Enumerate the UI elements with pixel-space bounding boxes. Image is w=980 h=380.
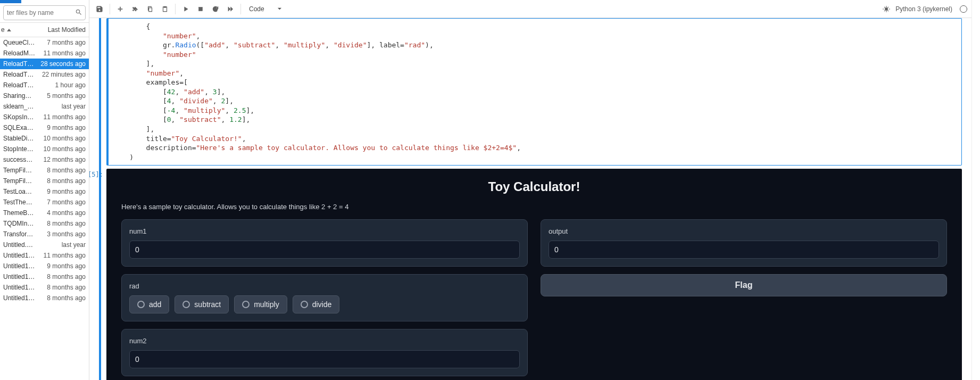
notebook-scrollbar[interactable] — [971, 0, 980, 380]
file-header-name-label: e — [1, 26, 5, 34]
file-name-label: Untitled1… — [3, 294, 47, 302]
svg-rect-0 — [199, 7, 203, 11]
flag-button[interactable]: Flag — [541, 274, 947, 296]
file-name-label: Untitled1… — [3, 252, 44, 259]
code-editor[interactable]: { "number", gr.Radio(["add", "subtract",… — [106, 18, 962, 166]
save-button[interactable] — [94, 3, 105, 15]
output-block: output — [541, 219, 947, 267]
gradio-app: Toy Calculator! Here's a sample toy calc… — [106, 169, 962, 380]
radio-dot-icon — [182, 301, 190, 308]
file-list[interactable]: QueueCl…7 months agoReloadM…11 months ag… — [0, 37, 89, 380]
file-row[interactable]: Untitled1…8 months ago — [0, 293, 89, 303]
file-modified-label: 22 minutes ago — [42, 71, 86, 78]
file-row[interactable]: Sharing…5 months ago — [0, 90, 89, 101]
file-name-label: TempFil… — [3, 167, 47, 174]
radio-dot-icon — [301, 301, 308, 308]
search-icon — [75, 9, 82, 16]
file-name-label: StopInte… — [3, 145, 44, 153]
file-row[interactable]: success…12 months ago — [0, 154, 89, 165]
file-modified-label: 8 months ago — [47, 294, 86, 302]
file-name-label: Transfor… — [3, 230, 47, 238]
file-name-label: Untitled1… — [3, 284, 47, 291]
file-row[interactable]: TempFil…8 months ago — [0, 165, 89, 176]
rad-option-label: multiply — [254, 300, 279, 309]
file-name-label: SKopsIn… — [3, 113, 44, 121]
file-row[interactable]: TQDMIn…8 months ago — [0, 218, 89, 229]
file-modified-label: 11 months ago — [44, 252, 86, 259]
debugger-button[interactable] — [881, 3, 892, 15]
file-row[interactable]: Untitled1…8 months ago — [0, 271, 89, 282]
restart-run-all-button[interactable] — [225, 3, 236, 15]
file-row[interactable]: ReloadT…28 seconds ago — [0, 59, 89, 69]
rad-option-label: add — [149, 300, 161, 309]
code-cell[interactable]: { "number", gr.Radio(["add", "subtract",… — [106, 18, 962, 166]
file-header-modified-col[interactable]: Last Modified — [36, 23, 89, 37]
file-row[interactable]: TempFil…8 months ago — [0, 176, 89, 186]
file-row[interactable]: StopInte…10 months ago — [0, 144, 89, 154]
file-row[interactable]: Untitled1…8 months ago — [0, 282, 89, 293]
file-name-label: Untitled.… — [3, 241, 62, 249]
file-modified-label: last year — [62, 103, 86, 110]
gradio-title: Toy Calculator! — [121, 179, 947, 194]
gradio-description: Here's a sample toy calculator. Allows y… — [121, 203, 947, 211]
file-modified-label: 11 months ago — [44, 113, 86, 121]
paste-cell-button[interactable] — [159, 3, 171, 15]
file-name-label: TQDMIn… — [3, 220, 47, 227]
file-row[interactable]: Untitled1…11 months ago — [0, 250, 89, 261]
num1-block: num1 — [121, 219, 528, 267]
file-modified-label: last year — [62, 241, 86, 249]
file-name-label: success… — [3, 156, 44, 163]
file-modified-label: 5 months ago — [47, 92, 86, 100]
cell-type-select[interactable]: Code — [245, 4, 286, 14]
file-name-label: Untitled1… — [3, 273, 47, 280]
output-label: output — [549, 227, 939, 235]
file-modified-label: 9 months ago — [47, 262, 86, 270]
notebook-area: Code Python 3 (ipykernel) { "number", gr… — [89, 0, 971, 380]
num2-input[interactable] — [129, 350, 520, 368]
file-filter-input[interactable] — [3, 5, 86, 20]
file-row[interactable]: ReloadT…22 minutes ago — [0, 69, 89, 80]
file-modified-label: 12 months ago — [44, 156, 86, 163]
cell-type-label: Code — [249, 5, 264, 13]
notebook-scroll[interactable]: { "number", gr.Radio(["add", "subtract",… — [89, 18, 971, 380]
file-name-label: ReloadT… — [3, 71, 42, 78]
file-name-label: QueueCl… — [3, 39, 47, 46]
kernel-status-icon[interactable] — [960, 5, 967, 13]
file-row[interactable]: ReloadM…11 months ago — [0, 48, 89, 59]
file-row[interactable]: StableDi…10 months ago — [0, 133, 89, 144]
file-modified-label: 1 hour ago — [55, 81, 86, 89]
file-row[interactable]: ReloadT…1 hour ago — [0, 80, 89, 90]
rad-option-subtract[interactable]: subtract — [175, 295, 229, 313]
run-cell-button[interactable] — [180, 3, 192, 15]
rad-option-divide[interactable]: divide — [293, 295, 340, 313]
file-modified-label: 28 seconds ago — [40, 60, 86, 68]
file-row[interactable]: SQLExa…9 months ago — [0, 122, 89, 133]
interrupt-kernel-button[interactable] — [195, 3, 206, 15]
rad-option-add[interactable]: add — [129, 295, 169, 313]
insert-cell-button[interactable] — [114, 3, 126, 15]
file-row[interactable]: sklearn_…last year — [0, 101, 89, 112]
cut-cell-button[interactable] — [129, 3, 141, 15]
file-header-name-col[interactable]: e — [0, 23, 36, 37]
file-list-header: e Last Modified — [0, 22, 89, 37]
restart-kernel-button[interactable] — [210, 3, 221, 15]
file-modified-label: 3 months ago — [47, 230, 86, 238]
file-row[interactable]: Untitled.…last year — [0, 239, 89, 250]
file-name-label: TestLoa… — [3, 188, 47, 195]
rad-option-multiply[interactable]: multiply — [234, 295, 287, 313]
file-row[interactable]: Transfor…3 months ago — [0, 229, 89, 239]
output-input[interactable] — [549, 241, 939, 259]
file-modified-label: 9 months ago — [47, 124, 86, 131]
file-row[interactable]: ThemeB…4 months ago — [0, 208, 89, 218]
file-row[interactable]: TestLoa…9 months ago — [0, 186, 89, 197]
file-header-modified-label: Last Modified — [48, 26, 86, 34]
file-row[interactable]: QueueCl…7 months ago — [0, 37, 89, 48]
rad-option-label: divide — [312, 300, 332, 309]
file-row[interactable]: SKopsIn…11 months ago — [0, 112, 89, 122]
copy-cell-button[interactable] — [144, 3, 156, 15]
notebook-toolbar: Code Python 3 (ipykernel) — [89, 0, 971, 18]
num1-input[interactable] — [129, 241, 520, 259]
file-row[interactable]: Untitled1…9 months ago — [0, 261, 89, 271]
file-row[interactable]: TestThe…7 months ago — [0, 197, 89, 208]
file-modified-label: 8 months ago — [47, 273, 86, 280]
